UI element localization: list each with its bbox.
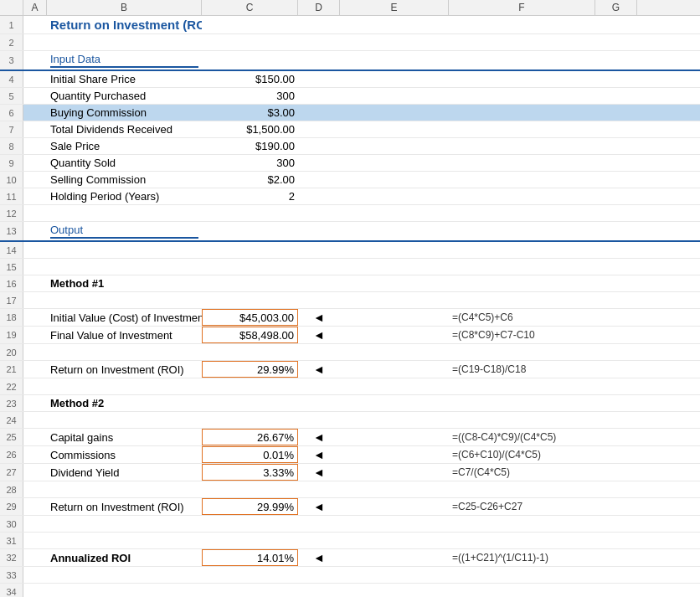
cell-a33 [23, 567, 47, 583]
cell-g21 [595, 361, 637, 378]
cell-a15 [23, 259, 47, 275]
row-25: 25Capital gains26.67%◄=((C8-C4)*C9)/(C4*… [0, 429, 700, 446]
row-9: 9Quantity Sold300 [0, 155, 700, 172]
row-2: 2 [0, 34, 700, 51]
cell-g7 [595, 121, 637, 137]
cell-e25 [340, 429, 449, 445]
cell-a23 [23, 395, 47, 411]
cell-f33 [449, 567, 595, 583]
cell-g32 [595, 549, 637, 566]
cell-b16: Method #1 [47, 275, 202, 291]
cell-a7 [23, 121, 47, 137]
cell-g31 [595, 533, 637, 548]
cell-b23: Method #2 [47, 395, 202, 411]
cell-c2 [202, 34, 298, 50]
row-num-17: 17 [0, 292, 23, 308]
arrow-icon-19: ◄ [313, 328, 325, 342]
cell-c27[interactable]: 3.33% [202, 464, 298, 481]
cell-a16 [23, 275, 47, 291]
cell-d32: ◄ [298, 549, 340, 566]
cell-c23 [202, 395, 298, 411]
cell-a25 [23, 429, 47, 445]
cell-c18[interactable]: $45,003.00 [202, 309, 298, 326]
row-1: 1Return on Investment (ROI) [0, 16, 700, 34]
cell-c25[interactable]: 26.67% [202, 429, 298, 445]
bold-label-16: Method #1 [50, 277, 104, 290]
cell-a14 [23, 242, 47, 258]
cell-g20 [595, 344, 637, 360]
cell-f10 [449, 172, 595, 188]
cell-d15 [298, 259, 340, 275]
cell-c21[interactable]: 29.99% [202, 361, 298, 378]
cell-d4 [298, 71, 340, 87]
row-num-8: 8 [0, 138, 23, 154]
cell-d27: ◄ [298, 464, 340, 481]
row-34: 34 [0, 584, 700, 597]
cell-b10: Selling Commission [47, 172, 202, 188]
cell-a3 [23, 51, 47, 69]
cell-e29 [340, 498, 449, 515]
cell-d10 [298, 172, 340, 188]
rows-container: 1Return on Investment (ROI)23Input Data4… [0, 16, 700, 597]
row-num-5: 5 [0, 88, 23, 104]
cell-a34 [23, 584, 47, 597]
row-5: 5Quantity Purchased300 [0, 88, 700, 105]
cell-c26[interactable]: 0.01% [202, 446, 298, 463]
row-num-34: 34 [0, 584, 23, 597]
cell-c32[interactable]: 14.01% [202, 549, 298, 566]
row-31: 31 [0, 533, 700, 549]
spreadsheet-title: Return on Investment (ROI) [50, 18, 202, 32]
cell-f18: =(C4*C5)+C6 [449, 309, 595, 326]
cell-c13 [202, 222, 298, 240]
cell-f29: =C25-C26+C27 [449, 498, 595, 515]
cell-b3: Input Data [47, 51, 202, 69]
cell-f24 [449, 412, 595, 428]
cell-c29[interactable]: 29.99% [202, 498, 298, 515]
row-23: 23Method #2 [0, 395, 700, 412]
cell-c12 [202, 205, 298, 221]
cell-c10: $2.00 [202, 172, 298, 188]
row-num-15: 15 [0, 259, 23, 275]
cell-b31 [47, 533, 202, 548]
cell-d6 [298, 105, 340, 121]
row-21: 21Return on Investment (ROI)29.99%◄=(C19… [0, 361, 700, 378]
col-header-e: E [340, 0, 449, 15]
cell-e33 [340, 567, 449, 583]
cell-e7 [340, 121, 449, 137]
cell-d3 [298, 51, 340, 69]
row-4: 4Initial Share Price$150.00 [0, 71, 700, 88]
cell-c4: $150.00 [202, 71, 298, 87]
cell-c6: $3.00 [202, 105, 298, 121]
row-num-20: 20 [0, 344, 23, 360]
cell-d20 [298, 344, 340, 360]
cell-f27: =C7/(C4*C5) [449, 464, 595, 481]
cell-a30 [23, 516, 47, 532]
cell-e23 [340, 395, 449, 411]
cell-b33 [47, 567, 202, 583]
cell-d28 [298, 481, 340, 497]
cell-e21 [340, 361, 449, 378]
row-28: 28 [0, 481, 700, 498]
cell-f3 [449, 51, 595, 69]
cell-d11 [298, 188, 340, 204]
cell-b22 [47, 378, 202, 394]
cell-c19[interactable]: $58,498.00 [202, 327, 298, 343]
row-22: 22 [0, 378, 700, 395]
cell-d19: ◄ [298, 327, 340, 343]
cell-c20 [202, 344, 298, 360]
arrow-icon-32: ◄ [313, 551, 325, 564]
cell-g4 [595, 71, 637, 87]
cell-f2 [449, 34, 595, 50]
cell-e9 [340, 155, 449, 171]
cell-e13 [340, 222, 449, 240]
cell-b20 [47, 344, 202, 360]
cell-a13 [23, 222, 47, 240]
cell-g8 [595, 138, 637, 154]
cell-b5: Quantity Purchased [47, 88, 202, 104]
cell-f17 [449, 292, 595, 308]
cell-d24 [298, 412, 340, 428]
cell-a31 [23, 533, 47, 548]
cell-b7: Total Dividends Received [47, 121, 202, 137]
row-num-31: 31 [0, 533, 23, 548]
cell-b32: Annualized ROI [47, 549, 202, 566]
